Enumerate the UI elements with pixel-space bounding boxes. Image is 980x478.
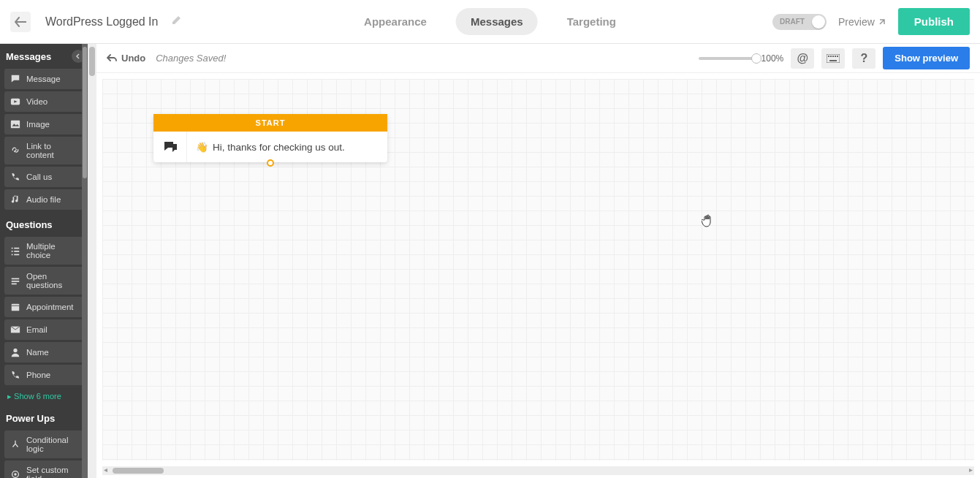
preview-link-label: Preview xyxy=(838,16,875,28)
phone-icon xyxy=(10,370,20,380)
chat-icon xyxy=(10,74,20,84)
sidebar-item-label: Name xyxy=(26,348,49,357)
sidebar-section-powerups: Power Ups xyxy=(0,406,88,428)
list-icon xyxy=(10,246,20,256)
svg-point-6 xyxy=(14,473,17,476)
tab-messages[interactable]: Messages xyxy=(456,8,538,35)
svg-rect-11 xyxy=(835,56,836,57)
link-icon xyxy=(10,145,20,156)
phone-icon xyxy=(10,172,20,182)
svg-rect-12 xyxy=(837,56,838,57)
keyboard-icon xyxy=(827,54,840,63)
sidebar-item-video[interactable]: Video xyxy=(4,91,83,112)
sidebar-item-multiplechoice[interactable]: Multiple choice xyxy=(4,237,83,265)
sidebar-item-label: Email xyxy=(26,325,48,334)
branch-icon xyxy=(10,439,20,449)
sidebar-scrollbar[interactable] xyxy=(82,44,88,478)
sidebar-item-conditional[interactable]: Conditional logic xyxy=(4,430,83,458)
sidebar-item-label: Phone xyxy=(26,371,50,379)
image-icon xyxy=(10,119,20,129)
sidebar-item-audio[interactable]: Audio file xyxy=(4,189,83,210)
music-icon xyxy=(10,194,20,205)
zoom-label: 100% xyxy=(761,53,784,64)
sidebar-item-setfield[interactable]: Set custom field xyxy=(4,460,83,478)
draft-toggle-label: DRAFT xyxy=(780,18,805,26)
svg-rect-8 xyxy=(828,56,829,57)
video-icon xyxy=(10,96,20,107)
sidebar-item-label: Conditional logic xyxy=(26,436,77,453)
variables-button[interactable]: @ xyxy=(791,48,814,69)
person-icon xyxy=(10,347,20,357)
calendar-icon xyxy=(10,302,20,312)
page-title: WordPress Logged In xyxy=(45,15,158,29)
undo-label: Undo xyxy=(121,53,145,64)
show-preview-button[interactable]: Show preview xyxy=(883,47,970,69)
node-output-handle[interactable] xyxy=(267,159,274,167)
show-more-questions[interactable]: ▸ Show 6 more xyxy=(0,387,88,406)
wave-emoji-icon: 👋 xyxy=(196,141,208,153)
sidebar-item-label: Image xyxy=(26,120,50,129)
sidebar-item-image[interactable]: Image xyxy=(4,114,83,134)
zoom-slider[interactable]: 100% xyxy=(699,53,784,64)
svg-rect-9 xyxy=(830,56,832,57)
undo-icon xyxy=(107,54,117,63)
svg-rect-2 xyxy=(12,304,20,311)
external-link-icon xyxy=(878,18,886,26)
grab-cursor-icon xyxy=(702,213,715,228)
help-button[interactable]: ? xyxy=(852,48,875,69)
start-node[interactable]: START 👋 Hi, thanks for checking us out. xyxy=(153,114,387,162)
keyboard-button[interactable] xyxy=(821,48,845,69)
draft-toggle[interactable]: DRAFT xyxy=(772,14,827,30)
save-status: Changes Saved! xyxy=(156,53,226,64)
svg-point-4 xyxy=(13,349,17,352)
sidebar-section-questions: Questions xyxy=(0,212,88,235)
node-header: START xyxy=(153,114,387,132)
sidebar-item-label: Video xyxy=(26,97,48,106)
svg-rect-10 xyxy=(832,56,834,57)
sidebar-item-name[interactable]: Name xyxy=(4,342,83,363)
tab-appearance[interactable]: Appearance xyxy=(349,8,441,35)
sidebar-item-label: Call us xyxy=(26,172,52,181)
edit-title-icon[interactable] xyxy=(171,15,181,29)
email-icon xyxy=(10,325,20,335)
sidebar-item-label: Appointment xyxy=(26,303,74,311)
sidebar-item-link[interactable]: Link to content xyxy=(4,137,83,164)
sidebar-item-appointment[interactable]: Appointment xyxy=(4,297,83,317)
svg-rect-1 xyxy=(11,121,20,129)
sidebar-item-email[interactable]: Email xyxy=(4,319,83,340)
sidebar-item-message[interactable]: Message xyxy=(4,69,83,89)
page-scrollbar[interactable] xyxy=(88,44,96,478)
chat-bubble-icon xyxy=(153,132,187,162)
sidebar-item-label: Message xyxy=(26,75,61,83)
publish-button[interactable]: Publish xyxy=(898,8,970,35)
flow-canvas[interactable]: START 👋 Hi, thanks for checking us out. xyxy=(102,79,974,460)
target-icon xyxy=(10,469,20,478)
svg-rect-13 xyxy=(829,60,837,61)
back-button[interactable] xyxy=(10,12,31,32)
sidebar-item-label: Audio file xyxy=(26,195,61,204)
svg-rect-7 xyxy=(827,54,840,63)
sidebar-item-callus[interactable]: Call us xyxy=(4,167,83,187)
tab-targeting[interactable]: Targeting xyxy=(552,8,631,35)
node-message-text: Hi, thanks for checking us out. xyxy=(213,142,345,153)
undo-button[interactable]: Undo xyxy=(107,53,145,64)
sidebar-item-label: Open questions xyxy=(26,272,77,289)
sidebar-item-label: Link to content xyxy=(26,142,77,159)
sidebar: Messages Message Video Image Link to con… xyxy=(0,44,88,478)
sidebar-item-phone[interactable]: Phone xyxy=(4,365,83,385)
lines-icon xyxy=(10,276,20,286)
preview-link[interactable]: Preview xyxy=(838,16,886,28)
sidebar-item-label: Multiple choice xyxy=(26,242,77,259)
sidebar-item-label: Set custom field xyxy=(26,466,77,478)
sidebar-item-openquestions[interactable]: Open questions xyxy=(4,267,83,295)
canvas-horizontal-scrollbar[interactable] xyxy=(102,466,974,475)
